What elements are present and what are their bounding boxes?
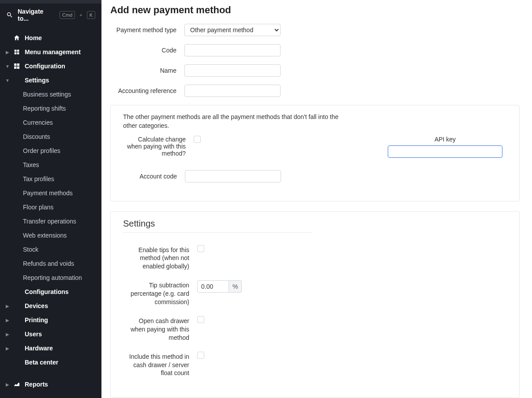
navigate-search[interactable]: Navigate to... Cmd + K [0,4,101,26]
sidebar-item-settings[interactable]: ▼Settings [0,73,101,87]
sidebar-item-configurations[interactable]: Configurations [0,285,101,299]
other-method-description: The other payment methods are all the pa… [123,112,352,130]
sidebar-item-reporting-shifts[interactable]: Reporting shifts [0,101,101,115]
sidebar-item-label: Users [25,331,42,338]
sidebar-item-devices[interactable]: ▶Devices [0,299,101,313]
sidebar-item-label: Reporting shifts [23,105,66,112]
caret-icon: ▶ [6,50,9,55]
label-code: Code [110,47,184,54]
sidebar-item-currencies[interactable]: Currencies [0,115,101,130]
account-code-input[interactable] [185,170,281,182]
sidebar-nav: Home▶Menu management▼Configuration▼Setti… [0,26,101,391]
sidebar-item-payment-methods[interactable]: Payment methods [0,186,101,200]
sidebar-item-refunds-and-voids[interactable]: Refunds and voids [0,257,101,271]
sidebar-item-label: Printing [25,316,48,324]
label-payment-type: Payment method type [110,26,184,33]
grid-icon [13,63,20,70]
sidebar-item-label: Currencies [23,119,53,126]
tip-subtraction-input[interactable] [197,280,229,293]
payment-method-type-select[interactable]: Other payment method [184,24,281,36]
open-drawer-checkbox[interactable] [197,316,204,323]
settings-divider [123,232,313,233]
label-calculate-change: Calculate change when paying with this m… [123,136,194,157]
sidebar-item-tax-profiles[interactable]: Tax profiles [0,172,101,186]
sidebar-item-floor-plans[interactable]: Floor plans [0,200,101,214]
kbd-plus: + [79,12,82,18]
label-tip-subtraction: Tip subtraction percentage (e.g. card co… [123,280,197,306]
calculate-change-checkbox[interactable] [194,136,201,143]
caret-icon: ▶ [6,346,9,351]
label-name: Name [110,67,184,74]
sidebar-item-label: Order profiles [23,147,60,154]
sidebar: Navigate to... Cmd + K Home▶Menu managem… [0,0,101,398]
kbd-k: K [87,11,95,19]
caret-icon: ▼ [6,78,9,83]
chart-icon [13,381,20,388]
navigate-label: Navigate to... [18,8,55,22]
sidebar-item-label: Taxes [23,161,39,168]
sidebar-item-hardware[interactable]: ▶Hardware [0,341,101,355]
home-icon [13,34,20,41]
sidebar-item-web-extensions[interactable]: Web extensions [0,228,101,242]
label-include-float: Include this method in cash drawer / ser… [123,352,197,378]
label-accounting-ref: Accounting reference [110,87,184,94]
sidebar-item-label: Tax profiles [23,175,54,182]
label-account-code: Account code [123,173,185,180]
sidebar-item-label: Business settings [23,91,71,98]
sidebar-item-label: Payment methods [23,190,73,197]
sidebar-item-reports[interactable]: ▶Reports [0,377,101,391]
sidebar-item-stock[interactable]: Stock [0,242,101,257]
code-input[interactable] [184,44,281,56]
sidebar-item-label: Configurations [25,288,69,295]
settings-heading: Settings [123,219,507,229]
sidebar-item-label: Stock [23,246,38,253]
accounting-reference-input[interactable] [184,85,281,97]
name-input[interactable] [184,64,281,77]
kbd-cmd: Cmd [60,11,75,19]
sidebar-item-home[interactable]: Home [0,31,101,45]
sidebar-item-label: Menu management [25,48,81,56]
sidebar-item-transfer-operations[interactable]: Transfer operations [0,214,101,228]
sidebar-item-label: Settings [25,77,49,84]
main-content: Add new payment method Payment method ty… [101,0,532,398]
sidebar-item-label: Beta center [25,359,58,366]
settings-panel: Settings Enable tips for this method (wh… [110,211,520,398]
sidebar-item-label: Refunds and voids [23,260,74,267]
sidebar-item-label: Floor plans [23,204,53,211]
sidebar-topbar [0,0,101,4]
sidebar-item-label: Reporting automation [23,274,82,281]
search-icon [6,11,13,19]
sidebar-item-reporting-automation[interactable]: Reporting automation [0,271,101,285]
sidebar-item-users[interactable]: ▶Users [0,327,101,341]
sidebar-item-label: Home [25,34,42,41]
label-enable-tips: Enable tips for this method (when not en… [123,245,197,271]
sidebar-item-label: Hardware [25,345,53,352]
sidebar-item-discounts[interactable]: Discounts [0,130,101,144]
sidebar-item-taxes[interactable]: Taxes [0,158,101,172]
api-key-input[interactable] [388,145,502,158]
sidebar-item-order-profiles[interactable]: Order profiles [0,144,101,158]
sidebar-item-label: Transfer operations [23,218,76,225]
sidebar-item-label: Configuration [25,63,65,70]
tip-subtraction-suffix: % [229,280,242,293]
sidebar-item-beta-center[interactable]: Beta center [0,355,101,369]
label-open-drawer: Open cash drawer when paying with this m… [123,316,197,342]
sidebar-item-business-settings[interactable]: Business settings [0,87,101,101]
sidebar-item-label: Web extensions [23,232,67,239]
other-method-panel: The other payment methods are all the pa… [110,105,520,201]
menu-icon [13,48,20,56]
page-title: Add new payment method [110,4,520,16]
caret-icon: ▶ [6,318,9,323]
caret-icon: ▶ [6,332,9,337]
label-api-key: API key [388,136,502,143]
caret-icon: ▼ [6,64,9,69]
sidebar-item-label: Discounts [23,133,50,140]
caret-icon: ▶ [6,304,9,309]
sidebar-item-label: Devices [25,302,48,309]
sidebar-item-label: Reports [25,381,48,388]
sidebar-item-menu-management[interactable]: ▶Menu management [0,45,101,59]
sidebar-item-printing[interactable]: ▶Printing [0,313,101,327]
enable-tips-checkbox[interactable] [197,245,204,252]
sidebar-item-configuration[interactable]: ▼Configuration [0,59,101,73]
include-float-checkbox[interactable] [197,352,204,359]
